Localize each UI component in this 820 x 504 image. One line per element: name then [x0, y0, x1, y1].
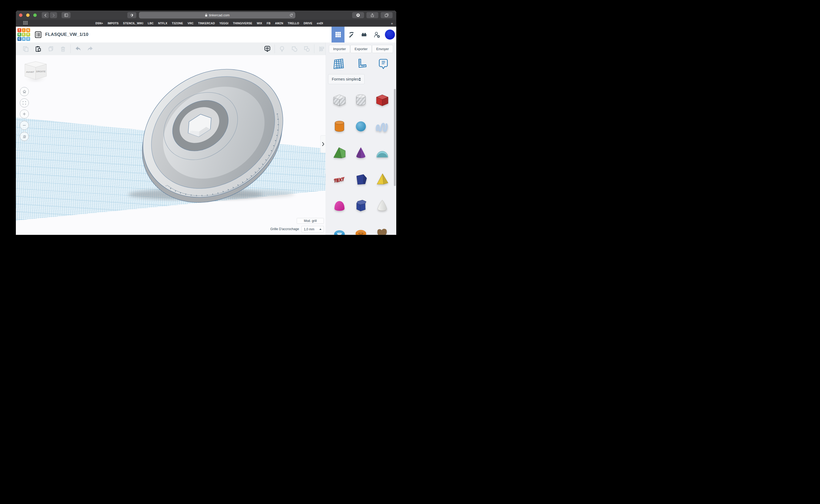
back-button[interactable] — [42, 12, 49, 18]
viewcube-front-label[interactable]: AVANT — [26, 71, 34, 73]
shape-polygon[interactable] — [350, 166, 371, 192]
align-icon — [318, 46, 325, 52]
shape-heart[interactable] — [372, 219, 393, 235]
bookmark-ntflx[interactable]: NTFLX — [158, 22, 167, 25]
share-button[interactable] — [366, 12, 378, 18]
fit-view-button[interactable] — [20, 98, 29, 107]
snap-grid-select[interactable]: 1,0 mm — [302, 226, 324, 232]
paste-button[interactable] — [32, 42, 44, 55]
zoom-in-button[interactable] — [20, 110, 29, 118]
design-menu-icon — [35, 31, 42, 38]
sidebar-toggle-button[interactable] — [62, 12, 70, 18]
edit-grid-button[interactable]: Mod. grill — [297, 218, 324, 224]
bookmark-thingiverse[interactable]: THINGIVERSE — [233, 22, 252, 25]
add-person-icon — [373, 31, 380, 38]
bookmark-yeggi[interactable]: YEGGI — [219, 22, 228, 25]
reload-button[interactable] — [289, 13, 293, 18]
downloads-button[interactable] — [352, 12, 364, 18]
shape-box-transparent[interactable] — [329, 87, 350, 113]
shape-roof[interactable] — [329, 140, 350, 166]
undo-button[interactable] — [72, 42, 84, 55]
bookmark-fb[interactable]: FB — [267, 22, 271, 25]
bookmark-wix[interactable]: WIX — [257, 22, 262, 25]
bookmark-tinkercad[interactable]: TINKERCAD — [198, 22, 215, 25]
logo-tile: T — [17, 28, 21, 32]
redo-button[interactable] — [84, 42, 96, 55]
export-button[interactable]: Exporter — [350, 45, 372, 53]
reload-icon — [289, 13, 293, 17]
minimize-window-button[interactable] — [26, 13, 30, 17]
design-menu-button[interactable] — [35, 31, 42, 38]
zoom-window-button[interactable] — [33, 13, 37, 17]
shapes-panel-button[interactable] — [332, 27, 345, 42]
shape-torus[interactable] — [329, 219, 350, 235]
shape-sphere[interactable] — [350, 113, 371, 140]
minecraft-export-button[interactable] — [345, 27, 357, 42]
shape-hex-prism[interactable] — [350, 192, 371, 219]
ruler-tool-button[interactable] — [355, 58, 367, 71]
url-text: tinkercad.com — [209, 13, 230, 17]
shape-cylinder[interactable] — [329, 113, 350, 140]
snap-grid-value: 1,0 mm — [304, 227, 314, 231]
address-bar[interactable]: tinkercad.com — [139, 12, 295, 18]
design-title[interactable]: FLASQUE_VW_1/10 — [45, 32, 88, 37]
share-icon — [370, 13, 375, 18]
shape-rounded-cone[interactable] — [372, 192, 393, 219]
workplane-icon — [332, 58, 345, 70]
viewcube-right-label[interactable]: DROITE — [36, 70, 46, 73]
pickaxe-icon — [348, 31, 355, 38]
viewport-3d[interactable]: AVANT DROITE — [16, 55, 326, 235]
model-flange[interactable] — [116, 55, 310, 229]
toolbar-divider — [275, 44, 275, 53]
shape-round-roof[interactable] — [372, 140, 393, 166]
home-view-button[interactable] — [20, 87, 29, 96]
browser-titlebar: tinkercad.com — [16, 11, 396, 20]
notes-tool-button[interactable] — [377, 58, 389, 71]
shape-tube[interactable] — [350, 219, 371, 235]
send-button[interactable]: Envoyer — [372, 45, 393, 53]
bookmark-stencil-wiki[interactable]: STENCIL_WIKI — [123, 22, 143, 25]
add-person-button[interactable] — [370, 27, 383, 42]
bookmark-amzn[interactable]: AMZN — [275, 22, 283, 25]
fit-view-icon — [22, 101, 26, 105]
delete-icon — [60, 46, 66, 52]
logo-tile: I — [22, 28, 26, 32]
shape-pyramid[interactable] — [372, 166, 393, 192]
shape-scribble[interactable] — [372, 113, 393, 140]
bookmark-drive[interactable]: DRIVE — [304, 22, 312, 25]
perspective-toggle-button[interactable] — [20, 132, 29, 141]
import-button[interactable]: Importer — [329, 45, 350, 53]
bookmark-endi[interactable]: enDI — [317, 22, 323, 25]
shape-text[interactable]: TEXTTEXT — [329, 166, 350, 192]
privacy-shield-button[interactable] — [127, 12, 136, 18]
chevron-right-icon — [322, 142, 324, 146]
bookmark-dsn-[interactable]: DSN+ — [95, 22, 103, 25]
tab-overview-button[interactable] — [381, 12, 393, 18]
account-avatar[interactable] — [383, 27, 396, 42]
shape-cone[interactable] — [350, 140, 371, 166]
edit-toolbar: Importer Exporter Envoyer — [16, 42, 396, 55]
view-cube[interactable]: AVANT DROITE — [21, 60, 50, 84]
shape-paraboloid[interactable] — [329, 192, 350, 219]
bookmark-t3zone[interactable]: T3ZONE — [172, 22, 183, 25]
zoom-out-button[interactable] — [20, 121, 29, 130]
new-bookmark-button[interactable]: + — [391, 21, 393, 26]
tinkercad-logo[interactable]: TINKERCAD — [17, 27, 31, 42]
bookmark-vrc[interactable]: VRC — [187, 22, 193, 25]
bookmark-lbc[interactable]: LBC — [148, 22, 153, 25]
show-all-button[interactable] — [261, 42, 274, 55]
shape-category-select[interactable]: Formes simples — [328, 74, 365, 84]
logo-tile: K — [17, 33, 21, 37]
bookmark-impots[interactable]: IMPOTS — [107, 22, 118, 25]
shape-cylinder-transparent[interactable] — [350, 87, 371, 113]
panel-scrollbar[interactable] — [394, 89, 396, 186]
close-window-button[interactable] — [19, 13, 22, 17]
shape-box[interactable] — [372, 87, 393, 113]
snap-grid-label: Grille D'accrochage — [233, 227, 299, 231]
bookmarks-grid-icon[interactable] — [23, 21, 28, 26]
workplane-tool-button[interactable] — [332, 58, 345, 71]
bookmark-trello[interactable]: TRELLO — [288, 22, 299, 25]
brick-export-button[interactable] — [357, 27, 370, 42]
collapse-panel-tab[interactable] — [321, 135, 326, 153]
paste-icon — [35, 46, 41, 52]
